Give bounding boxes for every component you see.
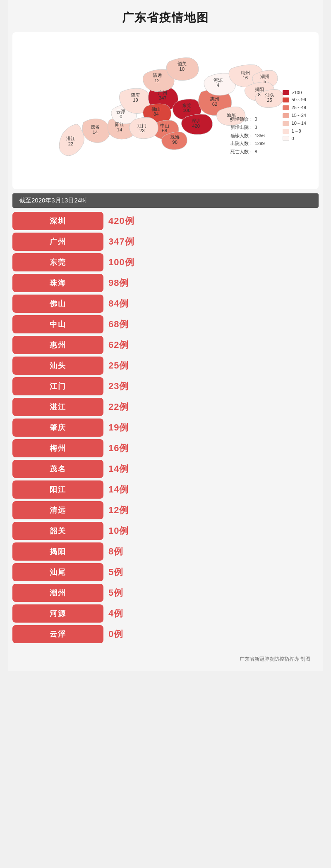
svg-text:22: 22 <box>68 141 74 146</box>
city-name-label: 汕头 <box>12 357 103 375</box>
svg-text:江门: 江门 <box>137 123 146 128</box>
svg-text:韶关: 韶关 <box>177 61 187 66</box>
legend-label: 1～9 <box>292 128 301 134</box>
city-name-label: 清远 <box>12 501 103 519</box>
svg-text:深圳: 深圳 <box>192 118 201 123</box>
city-name-label: 阳江 <box>12 480 103 499</box>
stat-total-discharged: 出院人数： 1299 <box>230 140 265 148</box>
city-name-label: 中山 <box>12 315 103 333</box>
list-item: 佛山84例 <box>12 295 319 313</box>
svg-text:12: 12 <box>154 78 160 83</box>
city-name-label: 河源 <box>12 604 103 623</box>
data-list: 深圳420例广州347例东莞100例珠海98例佛山84例中山68例惠州62例汕头… <box>12 212 319 652</box>
svg-text:62: 62 <box>212 102 218 107</box>
svg-text:佛山: 佛山 <box>151 107 161 112</box>
city-name-label: 东莞 <box>12 253 103 271</box>
list-item: 中山68例 <box>12 315 319 333</box>
city-count-label: 14例 <box>108 483 129 496</box>
list-item: 梅州16例 <box>12 439 319 457</box>
list-item: 阳江14例 <box>12 480 319 499</box>
city-name-label: 肇庆 <box>12 419 103 437</box>
city-count-label: 100例 <box>108 256 134 269</box>
city-name-label: 珠海 <box>12 274 103 292</box>
city-name-label: 韶关 <box>12 522 103 540</box>
svg-text:19: 19 <box>133 98 138 102</box>
list-item: 广州347例 <box>12 233 319 251</box>
city-name-label: 广州 <box>12 233 103 251</box>
list-item: 潮州5例 <box>12 584 319 602</box>
city-name-label: 茂名 <box>12 460 103 478</box>
svg-text:中山: 中山 <box>160 123 169 128</box>
city-count-label: 23例 <box>108 380 129 392</box>
list-item: 珠海98例 <box>12 274 319 292</box>
list-item: 茂名14例 <box>12 460 319 478</box>
city-count-label: 5例 <box>108 587 123 599</box>
map-container: 韶关 10 清远 12 肇庆 19 云浮 0 广州 347 佛山 84 中山 6… <box>21 40 310 181</box>
legend-item-15to24: 15～24 <box>283 112 306 119</box>
svg-text:68: 68 <box>162 128 167 133</box>
svg-text:东莞: 东莞 <box>182 103 191 108</box>
list-item: 韶关10例 <box>12 522 319 540</box>
city-count-label: 10例 <box>108 525 129 537</box>
svg-text:揭阳: 揭阳 <box>255 87 264 92</box>
svg-text:10: 10 <box>179 67 185 71</box>
svg-text:梅州: 梅州 <box>240 70 250 75</box>
city-name-label: 惠州 <box>12 336 103 354</box>
list-item: 肇庆19例 <box>12 419 319 437</box>
svg-text:湛江: 湛江 <box>66 136 75 141</box>
svg-text:茂名: 茂名 <box>91 124 100 129</box>
svg-text:0: 0 <box>120 114 122 119</box>
svg-text:惠州: 惠州 <box>210 96 219 101</box>
city-count-label: 19例 <box>108 421 129 434</box>
map-legend: >100 50～99 25～49 15～24 10～14 <box>283 90 306 141</box>
svg-text:肇庆: 肇庆 <box>131 93 140 98</box>
map-svg: 韶关 10 清远 12 肇庆 19 云浮 0 广州 347 佛山 84 中山 6… <box>21 40 310 181</box>
legend-item-10to14: 10～14 <box>283 120 306 126</box>
city-count-label: 98例 <box>108 277 129 289</box>
legend-item-0: 0 <box>283 136 306 141</box>
city-count-label: 22例 <box>108 401 129 413</box>
city-name-label: 江门 <box>12 377 103 395</box>
legend-label: 25～49 <box>292 105 306 111</box>
svg-text:14: 14 <box>117 127 122 132</box>
legend-label: 15～24 <box>292 112 306 119</box>
city-count-label: 25例 <box>108 359 129 372</box>
svg-text:8: 8 <box>258 92 261 97</box>
stat-total-confirmed: 确诊人数： 1356 <box>230 132 265 140</box>
city-count-label: 62例 <box>108 339 129 351</box>
list-item: 揭阳8例 <box>12 542 319 561</box>
city-count-label: 12例 <box>108 504 129 516</box>
stats-box: 新增确诊： 0 新增出院： 3 确诊人数： 1356 出院人数： 1299 死亡… <box>230 115 265 156</box>
svg-text:16: 16 <box>242 75 248 80</box>
svg-text:阳江: 阳江 <box>115 122 124 127</box>
list-item: 清远12例 <box>12 501 319 519</box>
list-item: 云浮0例 <box>12 625 319 643</box>
stat-new-discharged: 新增出院： 3 <box>230 124 265 132</box>
list-item: 汕头25例 <box>12 357 319 375</box>
city-count-label: 84例 <box>108 297 129 310</box>
city-name-label: 汕尾 <box>12 563 103 581</box>
list-item: 深圳420例 <box>12 212 319 230</box>
legend-item-50to99: 50～99 <box>283 97 306 103</box>
city-name-label: 湛江 <box>12 398 103 416</box>
city-count-label: 0例 <box>108 628 123 640</box>
city-name-label: 潮州 <box>12 584 103 602</box>
svg-text:23: 23 <box>139 128 145 133</box>
svg-text:98: 98 <box>172 140 177 145</box>
svg-text:14: 14 <box>93 130 98 135</box>
svg-text:清远: 清远 <box>153 73 162 78</box>
city-count-label: 4例 <box>108 607 123 620</box>
city-name-label: 揭阳 <box>12 542 103 561</box>
legend-label: 50～99 <box>292 97 306 103</box>
svg-text:420: 420 <box>192 124 200 128</box>
city-name-label: 云浮 <box>12 625 103 643</box>
legend-item-25to49: 25～49 <box>283 105 306 111</box>
list-item: 河源4例 <box>12 604 319 623</box>
page-title: 广东省疫情地图 <box>8 0 323 32</box>
map-section: 韶关 10 清远 12 肇庆 19 云浮 0 广州 347 佛山 84 中山 6… <box>12 32 319 189</box>
list-item: 惠州62例 <box>12 336 319 354</box>
list-item: 湛江22例 <box>12 398 319 416</box>
svg-text:100: 100 <box>183 108 191 113</box>
legend-label: >100 <box>292 90 302 95</box>
list-item: 汕尾5例 <box>12 563 319 581</box>
